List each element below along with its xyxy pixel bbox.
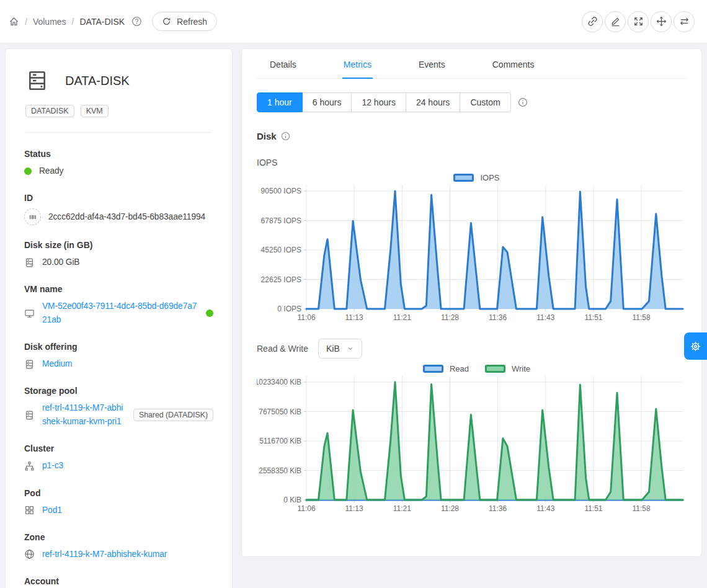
field-pod: PodPod1: [24, 488, 213, 517]
time-range-1-hour[interactable]: 1 hour: [257, 92, 303, 112]
legend-swatch-write[interactable]: [485, 365, 505, 373]
field-value-pod[interactable]: Pod1: [42, 504, 62, 517]
unit-select-value: KiB: [326, 344, 340, 354]
field-label: VM name: [24, 284, 213, 294]
home-icon[interactable]: [9, 16, 19, 27]
field-account: Accountadmin: [24, 576, 213, 588]
svg-text:5116700 KiB: 5116700 KiB: [259, 437, 301, 445]
svg-text:22625 IOPS: 22625 IOPS: [261, 275, 301, 284]
appstore-icon: [24, 505, 35, 515]
svg-text:11:51: 11:51: [584, 504, 602, 513]
settings-fab[interactable]: [684, 332, 707, 360]
vm-running-dot: [206, 310, 213, 317]
time-range-24-hours[interactable]: 24 hours: [406, 92, 460, 112]
read-write-title: Read & Write: [257, 344, 308, 354]
field-value-disk-offering[interactable]: Medium: [42, 357, 72, 371]
svg-text:11:28: 11:28: [441, 313, 459, 322]
tab-metrics[interactable]: Metrics: [342, 49, 373, 78]
breadcrumb-current: DATA-DISK: [79, 17, 125, 27]
tab-details[interactable]: Details: [269, 49, 298, 78]
field-label: Status: [24, 149, 213, 159]
svg-text:0 KiB: 0 KiB: [283, 496, 301, 504]
legend-label-read: Read: [450, 364, 469, 373]
field-label: Cluster: [24, 443, 213, 453]
edit-icon: [610, 16, 621, 27]
read-write-row: Read & Write KiB: [257, 339, 687, 359]
edit-button[interactable]: [605, 11, 626, 32]
field-value-row: Medium: [24, 357, 213, 371]
svg-text:11:36: 11:36: [489, 504, 507, 513]
barcode-icon: [24, 208, 41, 225]
volume-actions: [582, 11, 698, 32]
tag-datadisk: DATADISK: [25, 105, 74, 117]
svg-text:0 IOPS: 0 IOPS: [277, 305, 301, 313]
tag-kvm: KVM: [81, 105, 109, 117]
chevron-down-icon: [347, 345, 354, 352]
database-icon: [24, 257, 35, 268]
time-range-6-hours[interactable]: 6 hours: [303, 92, 352, 112]
field-label: Disk offering: [24, 342, 213, 352]
move-icon: [656, 16, 667, 27]
cluster-icon: [24, 461, 35, 471]
database-icon: [24, 410, 35, 421]
svg-text:11:06: 11:06: [297, 313, 315, 322]
field-disk-offering: Disk offeringMedium: [24, 342, 213, 371]
read-write-chart: 11:0611:1311:2111:2811:3611:4311:5111:58…: [257, 376, 687, 514]
time-range-12-hours[interactable]: 12 hours: [352, 92, 406, 112]
unit-select[interactable]: KiB: [318, 339, 362, 359]
field-value-row: 20.00 GiB: [24, 256, 213, 269]
field-value-cluster[interactable]: p1-c3: [42, 459, 63, 473]
svg-text:11:58: 11:58: [633, 504, 651, 513]
field-storage-pool: Storage poolref-trl-4119-k-M7-abhishek-k…: [24, 386, 213, 429]
svg-text:90500 IOPS: 90500 IOPS: [261, 187, 301, 195]
resource-fields: StatusReadyID2ccc62dd-af4a-43d7-bd45-6b8…: [20, 149, 217, 588]
svg-text:67875 IOPS: 67875 IOPS: [261, 216, 301, 225]
database-icon: [24, 359, 35, 370]
field-value-row: Ready: [24, 164, 213, 178]
top-bar: / Volumes / DATA-DISK Refresh: [0, 0, 707, 43]
refresh-button[interactable]: Refresh: [152, 12, 217, 31]
tab-comments[interactable]: Comments: [491, 49, 536, 78]
svg-text:11:21: 11:21: [393, 504, 411, 513]
legend-swatch-iops[interactable]: [453, 174, 474, 182]
read-write-legend: ReadWrite: [257, 362, 687, 375]
field-value-storage-pool[interactable]: ref-trl-4119-k-M7-abhishek-kumar-kvm-pri…: [42, 401, 126, 429]
svg-text:11:43: 11:43: [536, 313, 554, 322]
field-label: Account: [24, 576, 213, 586]
iops-chart-title: IOPS: [257, 158, 687, 167]
iops-legend: IOPS: [257, 171, 687, 184]
info-icon[interactable]: [281, 131, 290, 141]
field-label: Disk size (in GB): [24, 240, 213, 250]
field-value-disk-size-in-gb: 20.00 GiB: [42, 256, 79, 269]
field-value-id: 2ccc62dd-af4a-43d7-bd45-6b83aae11994: [48, 210, 205, 224]
resource-info-card: DATA-DISK DATADISKKVM StatusReadyID2ccc6…: [5, 48, 233, 588]
svg-text:11:21: 11:21: [393, 313, 411, 322]
time-range-custom[interactable]: Custom: [460, 92, 510, 112]
svg-text:11:28: 11:28: [441, 504, 459, 513]
svg-text:10233400 KiB: 10233400 KiB: [257, 378, 301, 386]
divider: [25, 132, 212, 133]
svg-text:45250 IOPS: 45250 IOPS: [261, 246, 301, 254]
attach-link-button[interactable]: [582, 11, 603, 32]
field-value-status: Ready: [39, 164, 63, 178]
breadcrumb-volumes[interactable]: Volumes: [33, 17, 66, 27]
migrate-button[interactable]: [651, 11, 672, 32]
resource-header: DATA-DISK: [20, 66, 217, 91]
resource-title: DATA-DISK: [65, 74, 130, 88]
expand-icon: [633, 16, 644, 27]
tab-events[interactable]: Events: [417, 49, 447, 78]
field-zone: Zoneref-trl-4119-k-M7-abhishek-kumar: [24, 532, 213, 561]
help-icon[interactable]: [131, 16, 142, 27]
badge-shared-datadisk: Shared (DATADISK): [133, 409, 213, 421]
resize-button[interactable]: [628, 11, 649, 32]
legend-swatch-read[interactable]: [423, 365, 443, 373]
breadcrumb-separator: /: [25, 17, 27, 27]
info-icon[interactable]: [518, 97, 528, 107]
field-value-zone[interactable]: ref-trl-4119-k-M7-abhishek-kumar: [42, 548, 167, 561]
svg-text:11:13: 11:13: [345, 504, 363, 513]
swap-button[interactable]: [674, 11, 695, 32]
field-value-row: 2ccc62dd-af4a-43d7-bd45-6b83aae11994: [24, 208, 213, 225]
field-label: Pod: [24, 488, 213, 498]
svg-text:11:06: 11:06: [297, 504, 315, 513]
field-value-vm-name[interactable]: VM-52e00f43-7911-4dc4-85bd-d69de7a721ab: [42, 300, 198, 327]
